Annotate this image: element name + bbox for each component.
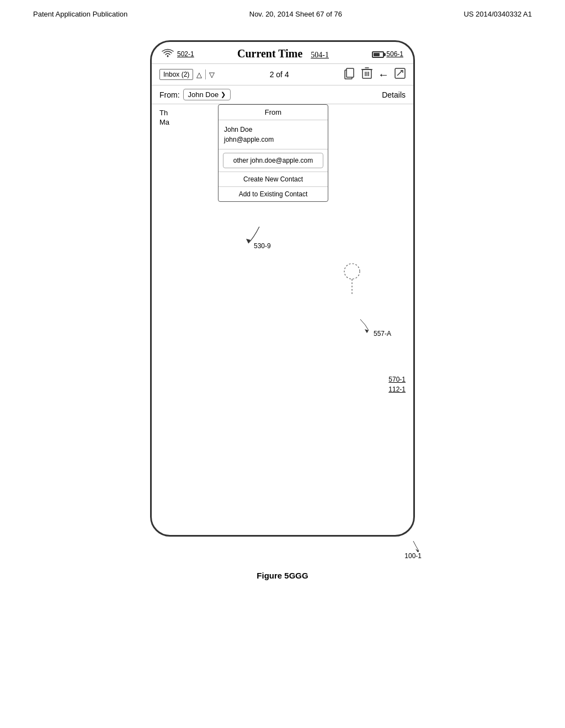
sender-arrow: ❯ (221, 91, 226, 98)
sender-box[interactable]: John Doe ❯ (183, 89, 231, 100)
toolbar-row: Inbox (2) △ ▽ 2 of 4 (152, 64, 413, 85)
wifi-label: 502-1 (177, 50, 194, 58)
wifi-icon (162, 49, 174, 60)
count-label: 2 of 4 (218, 70, 340, 79)
battery-label: 506-1 (386, 50, 403, 58)
toolbar-icons: ← (344, 67, 406, 82)
popup-label: 530-9 (254, 242, 271, 250)
person-label: 557-A (374, 330, 391, 338)
edit-icon[interactable] (395, 68, 406, 81)
current-time-label: Current Time (237, 47, 302, 60)
details-link[interactable]: Details (382, 90, 406, 99)
svg-rect-2 (347, 68, 354, 77)
trash-icon[interactable] (361, 67, 372, 82)
line2-text: Ma (159, 118, 169, 126)
dropdown-alt-email[interactable]: other john.doe@apple.com (223, 153, 323, 168)
figure-caption: Figure 5GGG (0, 571, 565, 580)
status-right: 506-1 (372, 50, 403, 58)
patent-header: Patent Application Publication Nov. 20, … (0, 0, 565, 24)
svg-point-0 (167, 55, 169, 57)
device-wrapper: 502-1 Current Time 504-1 506-1 Inbox (2)… (0, 24, 565, 537)
label-570: 570-1 (388, 376, 406, 383)
status-bar: 502-1 Current Time 504-1 506-1 (152, 42, 413, 64)
email-content-area: Th Ma From John Doe john@apple.com other… (152, 104, 413, 402)
svg-line-10 (397, 71, 402, 76)
dropdown-contact-info: John Doe john@apple.com (218, 120, 328, 149)
device-label: 100-1 (404, 552, 422, 560)
dropdown-header: From (218, 105, 328, 120)
status-left: 502-1 (162, 49, 194, 60)
from-row: From: John Doe ❯ Details (152, 85, 413, 104)
nav-arrows: △ ▽ (196, 69, 215, 79)
from-label: From: (159, 90, 180, 99)
down-arrow-btn[interactable]: ▽ (209, 71, 215, 79)
create-new-contact-btn[interactable]: Create New Contact (218, 172, 328, 186)
add-to-existing-contact-btn[interactable]: Add to Existing Contact (218, 186, 328, 201)
person-icon (338, 261, 366, 306)
line1-text: Th (159, 109, 168, 117)
contact-name: John Doe (224, 125, 322, 135)
copy-icon[interactable] (344, 67, 356, 82)
device-frame: 502-1 Current Time 504-1 506-1 Inbox (2)… (150, 40, 415, 537)
svg-marker-11 (246, 239, 250, 243)
patent-right: US 2014/0340332 A1 (463, 10, 532, 18)
dropdown-popup: From John Doe john@apple.com other john.… (218, 104, 328, 202)
svg-point-12 (344, 264, 360, 279)
popup-annotation-area: 530-9 (243, 227, 276, 250)
status-center: Current Time 504-1 (237, 47, 329, 60)
divider (205, 69, 206, 79)
label-112: 112-1 (388, 386, 406, 393)
back-icon[interactable]: ← (378, 68, 389, 81)
device-bottom-annotation: 100-1 (0, 541, 565, 560)
battery-icon (372, 50, 384, 58)
annotation-557-area: 557-A (349, 319, 391, 338)
patent-center: Nov. 20, 2014 Sheet 67 of 76 (249, 10, 342, 18)
time-ref: 504-1 (311, 51, 329, 59)
contact-email: john@apple.com (224, 135, 322, 144)
sender-name: John Doe (188, 90, 219, 99)
figure-caption-text: Figure 5GGG (257, 571, 308, 580)
bottom-annotations: 570-1 112-1 (388, 376, 406, 393)
inbox-badge[interactable]: Inbox (2) (159, 69, 193, 80)
up-arrow-btn[interactable]: △ (196, 71, 202, 79)
patent-left: Patent Application Publication (33, 10, 127, 18)
